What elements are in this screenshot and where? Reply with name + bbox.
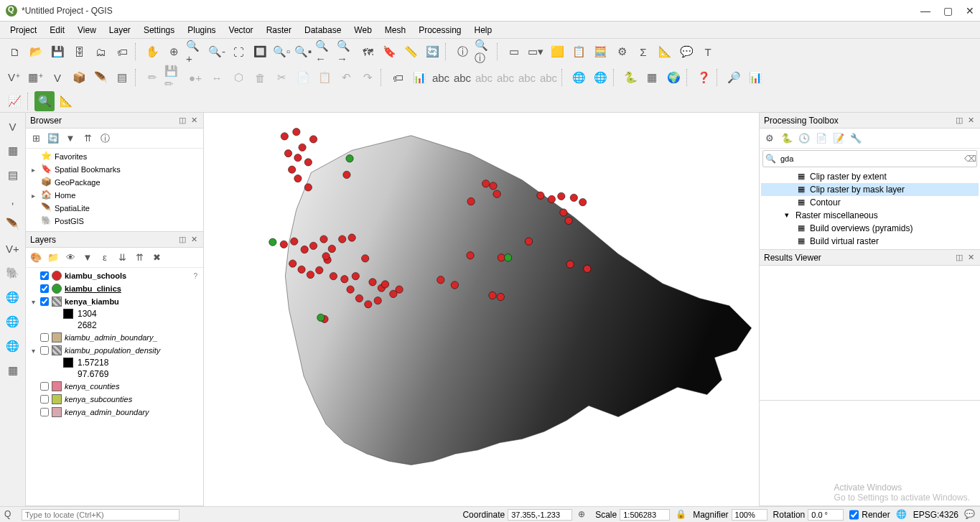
scale-input[interactable] xyxy=(620,509,670,521)
messages-icon[interactable]: 💬 xyxy=(964,509,976,521)
layer-item[interactable]: kenya_counties xyxy=(29,380,200,393)
redo-icon[interactable]: ↷ xyxy=(358,67,378,88)
school-point[interactable] xyxy=(347,286,354,293)
map-tips-icon[interactable]: 💬 xyxy=(676,42,696,62)
coord-input[interactable] xyxy=(508,509,572,521)
menu-project[interactable]: Project xyxy=(4,24,42,37)
school-point[interactable] xyxy=(584,265,591,272)
open-table-icon[interactable]: 📋 xyxy=(569,42,589,62)
select-icon[interactable]: ▭ xyxy=(504,42,524,62)
plugin-grid-icon[interactable]: ▦ xyxy=(642,67,662,88)
school-point[interactable] xyxy=(362,255,369,262)
school-point[interactable] xyxy=(284,149,291,157)
layer-item[interactable]: kenya_admin_boundary xyxy=(29,406,200,419)
school-point[interactable] xyxy=(525,238,532,245)
render-checkbox[interactable] xyxy=(849,509,859,521)
new-shapefile-icon[interactable]: V xyxy=(47,67,67,88)
zoom-in-icon[interactable]: 🔍+ xyxy=(185,42,205,62)
new-spatialite-icon[interactable]: 🪶 xyxy=(90,67,111,88)
school-point[interactable] xyxy=(374,297,381,304)
menu-settings[interactable]: Settings xyxy=(138,24,180,37)
school-point[interactable] xyxy=(299,144,306,151)
layers-expand-icon[interactable]: ⇊ xyxy=(115,251,129,265)
school-point[interactable] xyxy=(498,254,505,261)
school-point[interactable] xyxy=(280,241,287,248)
processing-tree[interactable]: ▦Clip raster by extent▦Clip raster by ma… xyxy=(760,169,980,249)
school-point[interactable] xyxy=(281,133,288,140)
menu-layer[interactable]: Layer xyxy=(103,24,136,37)
action-icon[interactable]: 🔍ⓘ xyxy=(474,42,494,62)
web-map-icon[interactable]: 🌐 xyxy=(569,67,589,88)
school-point[interactable] xyxy=(537,192,544,199)
menu-web[interactable]: Web xyxy=(348,24,377,37)
school-point[interactable] xyxy=(548,195,555,202)
label-rotate-icon[interactable]: abc xyxy=(517,67,537,88)
school-point[interactable] xyxy=(558,192,565,200)
school-point[interactable] xyxy=(322,253,330,260)
plugin-metasearch-icon[interactable]: 🔎 xyxy=(724,67,744,88)
layers-add-group-icon[interactable]: 📁 xyxy=(46,251,60,265)
layer-visibility-checkbox[interactable] xyxy=(40,382,49,391)
school-point[interactable] xyxy=(307,271,314,278)
new-bookmark-icon[interactable]: 🔖 xyxy=(379,42,399,62)
processing-script-icon[interactable]: 🐍 xyxy=(780,131,794,146)
layer-item[interactable]: kiambu_admin_boundary_ xyxy=(29,331,200,344)
results-close-icon[interactable]: ✕ xyxy=(966,253,976,263)
add-vector-layer-icon[interactable]: V xyxy=(2,116,24,137)
add-delimited-icon[interactable]: , xyxy=(2,189,24,210)
locator-input[interactable] xyxy=(22,509,179,521)
layers-tree[interactable]: kiambu_schools?kiambu_clinics▾kenya_kiam… xyxy=(26,268,203,505)
school-point[interactable] xyxy=(301,246,308,253)
menu-view[interactable]: View xyxy=(72,24,102,37)
school-point[interactable] xyxy=(316,266,323,274)
school-point[interactable] xyxy=(348,234,355,241)
processing-results-icon[interactable]: 📄 xyxy=(814,131,829,146)
school-point[interactable] xyxy=(467,252,474,259)
layer-visibility-checkbox[interactable] xyxy=(40,297,49,306)
school-point[interactable] xyxy=(304,184,312,191)
layer-visibility-checkbox[interactable] xyxy=(40,284,49,293)
layers-visibility-icon[interactable]: 👁 xyxy=(63,251,78,265)
field-calc-icon[interactable]: 🧮 xyxy=(590,42,610,62)
school-point[interactable] xyxy=(341,276,348,283)
layout-manager-icon[interactable]: 🗂 xyxy=(90,42,111,62)
lock-scale-icon[interactable]: 🔒 xyxy=(676,509,687,521)
browser-undock-icon[interactable]: ◫ xyxy=(177,116,187,126)
school-point[interactable] xyxy=(396,286,403,293)
new-project-icon[interactable]: 🗋 xyxy=(4,42,24,62)
add-virtual-icon[interactable]: V+ xyxy=(2,238,24,259)
school-point[interactable] xyxy=(328,245,335,252)
school-point[interactable] xyxy=(497,293,504,300)
school-point[interactable] xyxy=(437,276,444,284)
school-point[interactable] xyxy=(560,209,567,216)
layer-item[interactable]: ▾kiambu_population_density xyxy=(29,344,200,357)
profile-tool-icon[interactable]: 📈 xyxy=(4,91,24,111)
menu-raster[interactable]: Raster xyxy=(261,24,297,37)
browser-tree[interactable]: ⭐Favorites▸🔖Spatial Bookmarks📦GeoPackage… xyxy=(26,149,203,231)
processing-model-icon[interactable]: ⚙ xyxy=(762,131,777,146)
algo-group[interactable]: ▾Raster miscellaneous xyxy=(761,209,979,222)
zoom-selection-icon[interactable]: 🔍▫ xyxy=(271,42,291,62)
layer-item[interactable]: kenya_subcounties xyxy=(29,393,200,406)
school-point[interactable] xyxy=(309,242,317,249)
paste-icon[interactable]: 📋 xyxy=(314,67,335,88)
pan-selection-icon[interactable]: ⊕ xyxy=(164,42,184,62)
measure-icon[interactable]: 📐 xyxy=(655,42,675,62)
browser-properties-icon[interactable]: ⓘ xyxy=(98,131,112,146)
school-point[interactable] xyxy=(330,272,337,279)
layer-visibility-checkbox[interactable] xyxy=(40,395,49,404)
add-mesh-layer-icon[interactable]: ▤ xyxy=(2,164,24,186)
zoom-layer-icon[interactable]: 🔍▪ xyxy=(293,42,313,62)
maximize-button[interactable]: ▢ xyxy=(943,5,953,17)
new-map-view-icon[interactable]: 🗺 xyxy=(358,42,378,62)
coord-toggle-icon[interactable]: ⊕ xyxy=(578,509,589,521)
layer-item[interactable]: ▾kenya_kiambu xyxy=(29,295,200,308)
plugin-processing-icon[interactable]: 📊 xyxy=(745,67,765,88)
school-point[interactable] xyxy=(298,266,305,273)
school-point[interactable] xyxy=(288,166,295,173)
school-point[interactable] xyxy=(291,238,298,245)
menu-plugins[interactable]: Plugins xyxy=(182,24,221,37)
zoom-full-icon[interactable]: 🔲 xyxy=(250,42,270,62)
zoom-out-icon[interactable]: 🔍- xyxy=(207,42,227,62)
processing-history-icon[interactable]: 🕓 xyxy=(797,131,811,146)
